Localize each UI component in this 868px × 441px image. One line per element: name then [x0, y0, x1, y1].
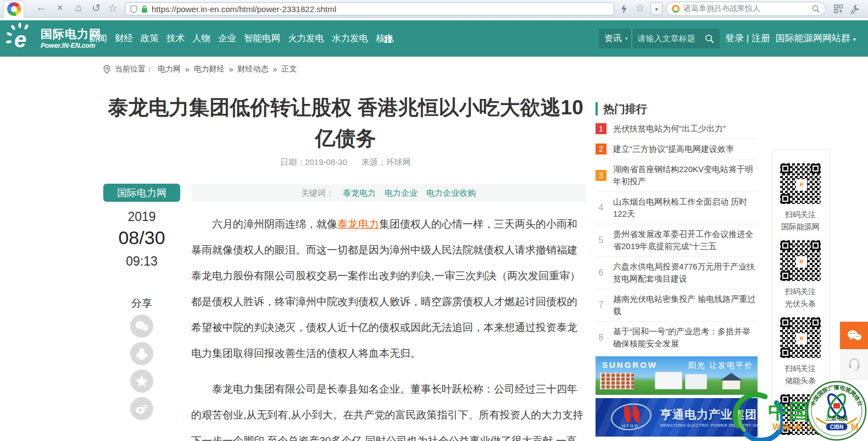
source-label: 来源：	[361, 157, 386, 167]
hot-item-text[interactable]: 湖南省首座钢结构220KV变电站将于明年初投产	[613, 163, 758, 188]
qr-item: e 扫码关注国际能源网	[779, 162, 822, 233]
hot-item-text[interactable]: 光伏扶贫电站为何“出工少出力”	[613, 123, 726, 135]
site-logo[interactable]: e 国际电力网 Power.IN-EN.com	[5, 22, 101, 54]
nav-item-news[interactable]: 新闻	[89, 32, 107, 45]
header-search-box[interactable]: 资讯 ▾ 请输入文章标题	[599, 29, 720, 48]
qr-caption: 光伏头条	[785, 297, 816, 310]
sungrow-ad-banner[interactable]: SUNGROW 阳光 让发电平价	[596, 356, 758, 395]
float-wechat-button[interactable]	[840, 322, 868, 349]
search-icon[interactable]	[705, 34, 714, 43]
paragraph-2: 泰龙电力集团有限公司是长泰县知名企业。董事长叶跃松称：公司经过三十四年的艰苦创业…	[191, 376, 586, 441]
nav-item-finance[interactable]: 财经	[115, 32, 133, 45]
publish-year: 2019	[103, 210, 180, 224]
site-badge-button[interactable]: 国际电力网	[103, 184, 180, 202]
ad-house-roof-graphic	[720, 373, 742, 381]
lightning-icon[interactable]	[621, 4, 627, 14]
search-engine-icon	[672, 5, 680, 13]
stop-icon[interactable]: ×	[53, 2, 67, 14]
hot-item-text[interactable]: 基于“国和一号”的产业思考：多措并举确保核能安全发展	[613, 326, 758, 350]
breadcrumb-sep: »	[229, 65, 233, 74]
list-item[interactable]: 2 建立“三方协议”提高电网建设效率	[596, 139, 758, 159]
nav-item-policy[interactable]: 政策	[141, 32, 159, 45]
hot-item-text[interactable]: 建立“三方协议”提高电网建设效率	[613, 143, 734, 155]
hot-item-text[interactable]: 山东烟台电网秋检工作全面启动 历时122天	[613, 196, 758, 220]
hot-item-text[interactable]: 越南光伏电站密集投产 输电线路严重过载	[613, 293, 758, 317]
breadcrumb-sep: »	[273, 65, 277, 74]
favorites-star-icon[interactable]: ☆	[633, 2, 647, 14]
breadcrumb-item-power[interactable]: 电力网	[158, 64, 181, 74]
search-category[interactable]: 资讯	[599, 33, 625, 45]
list-item[interactable]: 6 六盘水供电局投资4776万元用于产业扶贫电网配套项目建设	[596, 257, 758, 289]
browser-search-box[interactable]: 诸葛单挑吕布战果惊人	[666, 2, 826, 16]
hot-item-text[interactable]: 贵州省发展改革委召开工作会议推进全省2019年底提前完成“十三五	[613, 228, 758, 252]
breadcrumb-item-finance[interactable]: 电力财经	[194, 64, 225, 74]
share-label: 分享	[103, 296, 180, 311]
qr-code-solar: e	[779, 239, 822, 282]
rank-badge: 2	[596, 144, 607, 155]
breadcrumb: 当前位置： 电力网 » 电力财经 » 财经动态 » 正文	[103, 64, 297, 74]
site-header: e 国际电力网 Power.IN-EN.com 新闻 财经 政策 技术 人物 企…	[0, 20, 868, 57]
share-weibo-icon[interactable]	[130, 397, 153, 420]
qr-caption: 扫码关注	[785, 285, 816, 297]
breadcrumb-item-trends[interactable]: 财经动态	[238, 64, 269, 74]
apps-grid-icon[interactable]	[834, 4, 843, 13]
qr-caption: 扫码关注	[785, 362, 816, 374]
qr-code-storage: e	[779, 316, 822, 359]
header-search-input[interactable]: 请输入文章标题	[632, 34, 705, 44]
home-icon[interactable]: ⌂	[71, 2, 86, 14]
list-item[interactable]: 4 山东烟台电网秋检工作全面启动 历时122天	[596, 192, 758, 224]
rank-number: 4	[596, 202, 607, 213]
keyword-link-tailong[interactable]: 泰龙电力	[343, 188, 376, 199]
login-link[interactable]: 登录	[725, 33, 744, 43]
keywords-label: 关键词：	[301, 188, 334, 199]
list-item[interactable]: 5 贵州省发展改革委召开工作会议推进全省2019年底提前完成“十三五	[596, 224, 758, 257]
paragraph-1: 六月的漳州阴雨连绵，就像泰龙电力集团债权人的心情一样，三天两头的小雨和暴雨就像债…	[191, 211, 586, 366]
sites-group-menu[interactable]: 国际能源网网站群 ▾	[776, 32, 856, 45]
keyword-link-acquisition[interactable]: 电力企业收购	[426, 188, 476, 199]
list-item[interactable]: 3 湖南省首座钢结构220KV变电站将于明年初投产	[596, 159, 758, 192]
wechat-icon	[847, 329, 862, 342]
back-icon[interactable]: ←	[34, 2, 48, 14]
register-link[interactable]: 注册	[752, 33, 770, 43]
refresh-icon[interactable]: ↺	[89, 2, 103, 14]
nav-item-hydro[interactable]: 水力发电	[332, 32, 368, 45]
inline-keyword-link[interactable]: 泰龙电力	[337, 218, 379, 230]
share-wechat-icon[interactable]	[130, 315, 153, 338]
nav-more-grid-icon[interactable]	[385, 36, 391, 43]
list-item[interactable]: 1 光伏扶贫电站为何“出工少出力”	[596, 119, 758, 139]
share-qq-icon[interactable]	[130, 342, 153, 365]
login-register: 登录 | 注册	[725, 32, 770, 45]
nav-item-smart-grid[interactable]: 智能电网	[244, 32, 280, 45]
keyword-link-power-enterprise[interactable]: 电力企业	[385, 188, 418, 199]
search-icon[interactable]	[812, 5, 820, 13]
url-bar[interactable]: https://power.in-en.com/html/power-23318…	[125, 2, 614, 15]
location-pin-icon	[103, 65, 110, 74]
hot-item-text[interactable]: 六盘水供电局投资4776万元用于产业扶贫电网配套项目建设	[613, 261, 758, 285]
rank-badge: 1	[596, 123, 607, 134]
qr-center-logo-icon: e	[796, 333, 807, 344]
nav-item-tech[interactable]: 技术	[166, 32, 185, 45]
article-date: 2019-08-30	[305, 157, 347, 167]
url-text: https://power.in-en.com/html/power-23318…	[152, 4, 336, 14]
article-body: 六月的漳州阴雨连绵，就像泰龙电力集团债权人的心情一样，三天两头的小雨和暴雨就像债…	[191, 201, 586, 441]
hot-ranking-panel: 热门排行 1 光伏扶贫电站为何“出工少出力” 2 建立“三方协议”提高电网建设效…	[596, 102, 758, 354]
bookmark-star-icon[interactable]: ☆	[105, 2, 120, 14]
ad-inverter-graphic	[655, 372, 682, 389]
list-item[interactable]: 7 越南光伏电站密集投产 输电线路严重过载	[596, 289, 758, 322]
url-dropdown-button[interactable]: ▾	[650, 2, 663, 15]
nav-item-enterprise[interactable]: 企业	[218, 32, 236, 45]
qr-item: e 扫码关注光伏头条	[779, 239, 822, 310]
nav-item-thermal[interactable]: 火力发电	[288, 32, 324, 45]
sun-e-logo-icon: e	[5, 22, 37, 54]
nav-item-people[interactable]: 人物	[192, 32, 210, 45]
rank-number: 7	[596, 300, 607, 311]
publish-date: 08/30	[103, 227, 180, 249]
list-item[interactable]: 8 基于“国和一号”的产业思考：多措并举确保核能安全发展	[596, 322, 758, 354]
float-service-button[interactable]	[840, 349, 868, 379]
main-nav: 新闻 财经 政策 技术 人物 企业 智能电网 火力发电 水力发电 核电	[89, 20, 394, 57]
browser-tab[interactable]	[3, 1, 24, 18]
share-qzone-icon[interactable]	[130, 370, 153, 393]
para1-text: 六月的漳州阴雨连绵，就像	[212, 218, 337, 230]
tools-wrench-icon[interactable]	[850, 4, 860, 14]
breadcrumb-sep: »	[185, 65, 190, 74]
